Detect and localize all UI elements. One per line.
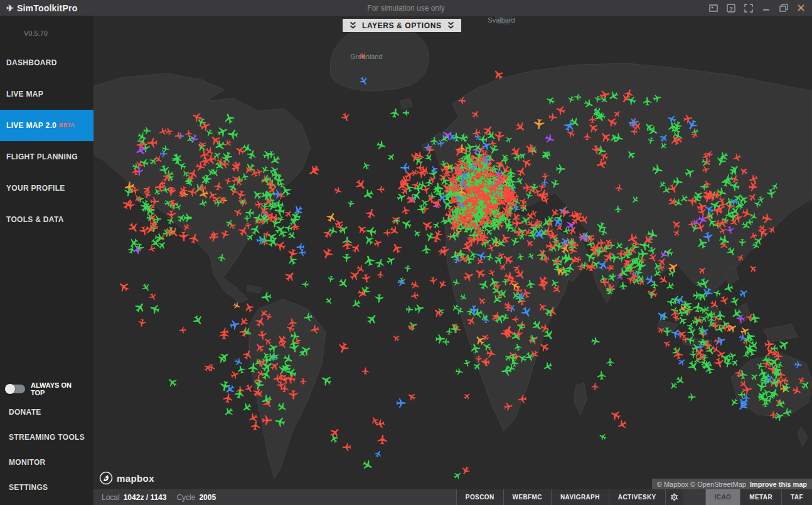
aircraft-icon[interactable] [361, 161, 370, 170]
aircraft-icon[interactable] [363, 233, 376, 247]
poscon-button[interactable]: POSCON [456, 489, 503, 505]
aircraft-icon[interactable] [724, 283, 734, 294]
aircraft-icon[interactable] [337, 277, 350, 290]
aircraft-icon[interactable] [261, 291, 272, 302]
help-icon[interactable]: ? [726, 4, 735, 13]
aircraft-icon[interactable] [598, 432, 607, 442]
aircraft-icon[interactable] [283, 270, 297, 284]
aircraft-icon[interactable] [147, 245, 156, 253]
aircraft-icon[interactable] [361, 188, 375, 201]
aircraft-icon[interactable] [354, 178, 368, 192]
aircraft-icon[interactable] [460, 465, 471, 476]
sidebar-item-monitor[interactable]: MONITOR [0, 450, 93, 475]
aircraft-icon[interactable] [127, 221, 140, 234]
aircraft-icon[interactable] [375, 294, 384, 303]
aircraft-icon[interactable] [302, 281, 309, 288]
aircraft-icon[interactable] [377, 270, 384, 278]
webfmc-button[interactable]: WEBFMC [503, 489, 551, 505]
aircraft-icon[interactable] [141, 282, 151, 293]
sidebar-item-flight-planning[interactable]: FLIGHT PLANNING [0, 141, 93, 173]
aircraft-icon[interactable] [390, 242, 403, 255]
tab-icao[interactable]: ICAO [705, 489, 740, 505]
tab-taf[interactable]: TAF [781, 489, 812, 505]
aircraft-icon[interactable] [373, 238, 383, 248]
aircraft-icon[interactable] [374, 449, 383, 458]
aircraft-icon[interactable] [134, 300, 147, 314]
aircraft-icon[interactable] [421, 185, 430, 194]
aircraft-icon[interactable] [402, 109, 409, 116]
minimize-icon[interactable] [761, 4, 771, 13]
aircraft-icon[interactable] [463, 359, 472, 368]
aircraft-icon[interactable] [688, 393, 696, 401]
aircraft-icon[interactable] [549, 208, 560, 219]
aircraft-icon[interactable] [223, 393, 233, 403]
aircraft-icon[interactable] [233, 357, 243, 367]
aircraft-icon[interactable] [329, 433, 339, 444]
aircraft-icon[interactable] [422, 245, 431, 254]
live-map[interactable]: SvalbardGreenland LAYERS & OPTIONS mapbo… [93, 16, 812, 489]
activesky-button[interactable]: ACTIVESKY [609, 489, 665, 505]
aircraft-icon[interactable] [437, 279, 447, 290]
aircraft-icon[interactable] [662, 339, 671, 348]
fullscreen-icon[interactable] [744, 4, 753, 13]
aircraft-icon[interactable] [713, 357, 725, 369]
aircraft-icon[interactable] [606, 358, 614, 366]
aircraft-icon[interactable] [377, 186, 385, 193]
aircraft-icon[interactable] [616, 419, 628, 431]
aircraft-icon[interactable] [343, 443, 351, 452]
aircraft-icon[interactable] [149, 303, 161, 315]
aircraft-icon[interactable] [208, 363, 216, 371]
aircraft-icon[interactable] [400, 206, 410, 215]
aircraft-icon[interactable] [748, 263, 758, 274]
aircraft-icon[interactable] [400, 163, 410, 173]
aircraft-icon[interactable] [405, 306, 413, 313]
aircraft-icon[interactable] [375, 258, 386, 269]
improve-map-link[interactable]: Improve this map [750, 481, 807, 488]
aircraft-icon[interactable] [365, 208, 377, 220]
aircraft-icon[interactable] [241, 401, 253, 413]
sidebar-item-dashboard[interactable]: DASHBOARD [0, 47, 93, 78]
aircraft-icon[interactable] [347, 200, 355, 208]
aircraft-icon[interactable] [410, 280, 420, 290]
aircraft-icon[interactable] [391, 333, 400, 343]
aircraft-icon[interactable] [738, 287, 749, 299]
aircraft-icon[interactable] [542, 361, 553, 372]
aircraft-icon[interactable] [341, 239, 353, 250]
aircraft-icon[interactable] [166, 376, 179, 388]
close-icon[interactable] [796, 4, 806, 13]
aircraft-icon[interactable] [452, 470, 462, 481]
aircraft-icon[interactable] [148, 292, 158, 302]
aircraft-icon[interactable] [365, 312, 379, 326]
aircraft-icon[interactable] [656, 309, 669, 322]
sidebar-item-your-profile[interactable]: YOUR PROFILE [0, 173, 93, 204]
aircraft-icon[interactable] [388, 225, 400, 237]
aircraft-icon[interactable] [137, 319, 146, 327]
aircraft-icon[interactable] [326, 211, 338, 223]
aircraft-icon[interactable] [238, 316, 250, 328]
aircraft-icon[interactable] [432, 220, 441, 230]
aircraft-icon[interactable] [414, 303, 425, 314]
aircraft-icon[interactable] [385, 255, 397, 266]
sidebar-item-tools-data[interactable]: TOOLS & DATA [0, 204, 93, 235]
aircraft-icon[interactable] [455, 368, 463, 376]
aircraft-icon[interactable] [412, 228, 422, 238]
aircraft-icon[interactable] [591, 383, 598, 390]
sidebar-item-live-map[interactable]: LIVE MAP [0, 78, 93, 110]
aircraft-icon[interactable] [462, 391, 472, 401]
aircraft-icon[interactable] [342, 253, 351, 262]
screenshot-icon[interactable] [708, 4, 718, 13]
aircraft-icon[interactable] [591, 336, 601, 346]
aircraft-icon[interactable] [420, 218, 434, 232]
aircraft-icon[interactable] [719, 295, 730, 306]
layers-options-button[interactable]: LAYERS & OPTIONS [343, 19, 461, 32]
aircraft-icon[interactable] [237, 365, 246, 375]
sidebar-item-live-map-2-0[interactable]: LIVE MAP 2.0BETA [0, 110, 93, 141]
sidebar-item-settings[interactable]: SETTINGS [0, 475, 93, 500]
aircraft-icon[interactable] [404, 265, 412, 272]
aircraft-icon[interactable] [609, 408, 622, 422]
aircraft-icon[interactable] [429, 164, 439, 174]
aircraft-icon[interactable] [410, 291, 419, 300]
aircraft-icon[interactable] [243, 302, 255, 314]
aircraft-icon[interactable] [321, 247, 334, 261]
aircraft-icon[interactable] [341, 112, 351, 123]
